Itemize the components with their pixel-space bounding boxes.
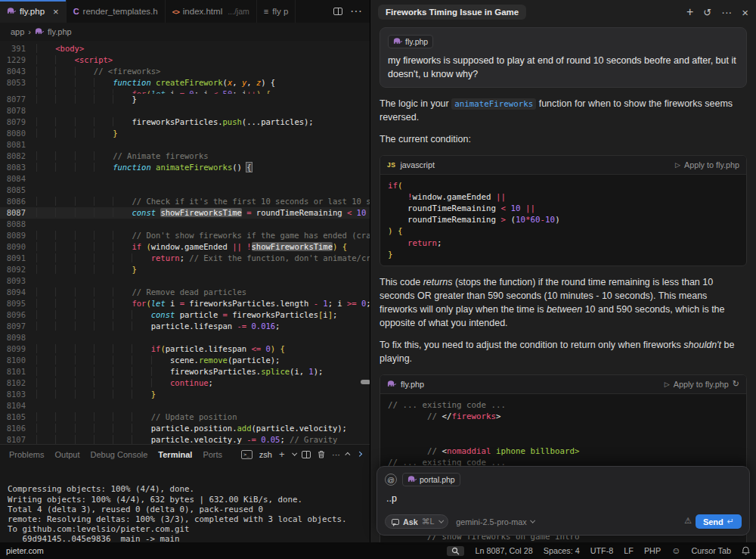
code-line: 8101 fireworksParticles.splice(i, 1); bbox=[0, 366, 370, 377]
tab-render-templates-h[interactable]: Crender_templates.h bbox=[67, 0, 166, 23]
code-block-filename: javascript bbox=[400, 160, 435, 169]
statusbar-item-ln[interactable]: Ln 8087, Col 28 bbox=[475, 546, 532, 555]
terminal-tab-debug-console[interactable]: Debug Console bbox=[91, 450, 148, 459]
terminal-more-icon[interactable]: ··· bbox=[332, 450, 340, 459]
new-terminal-icon[interactable]: + bbox=[279, 449, 285, 460]
breadcrumb[interactable]: app › fly.php bbox=[0, 23, 370, 41]
context-chip-label: portal.php bbox=[420, 475, 455, 484]
play-icon: ▷ bbox=[665, 380, 670, 388]
mention-icon[interactable]: @ bbox=[385, 474, 397, 486]
line-number: 8053 bbox=[0, 77, 36, 89]
new-chat-icon[interactable]: + bbox=[686, 5, 693, 19]
tab-index-html[interactable]: <>index.html.../jam bbox=[166, 0, 257, 23]
window: fly.php×Crender_templates.h<>index.html.… bbox=[0, 0, 756, 559]
terminal-dropdown-icon[interactable] bbox=[292, 451, 296, 455]
code-line-content: const showFireworksTime = roundTimeRemai… bbox=[36, 207, 370, 219]
apply-button[interactable]: ▷Apply to fly.php↻ bbox=[665, 379, 739, 389]
tab-fly-p[interactable]: ≡fly p bbox=[257, 0, 296, 23]
code-line: 8099 if(particle.lifespan <= 0) { bbox=[0, 343, 370, 355]
terminal-shell-label[interactable]: zsh bbox=[259, 450, 272, 459]
panel-right-icon[interactable] bbox=[357, 452, 361, 456]
chat-more-icon[interactable]: ··· bbox=[721, 6, 732, 18]
php-file-icon bbox=[407, 475, 417, 484]
code-line: 1229 <script> bbox=[0, 54, 370, 66]
outline-icon: ≡ bbox=[264, 7, 268, 16]
terminal-line: remote: Resolving deltas: 100% (3/3), co… bbox=[8, 514, 370, 524]
line-number: 8087 bbox=[0, 207, 36, 219]
chat-input-box[interactable]: @ portal.php ..p Ask ⌘L gemini-2 bbox=[376, 466, 750, 536]
code-block-line: !window.gameEnded || bbox=[388, 191, 739, 203]
code-block-header: fly.php▷Apply to fly.php↻ bbox=[380, 375, 746, 394]
model-selector[interactable]: gemini-2.5-pro-max bbox=[456, 517, 533, 526]
code-block-line: // <nomaddial iphone billboard> bbox=[388, 446, 739, 457]
mode-selector[interactable]: Ask ⌘L bbox=[385, 514, 448, 529]
sash-handle[interactable] bbox=[361, 380, 370, 384]
terminal-line: 69d94145..045e9836 main -> main bbox=[8, 534, 370, 544]
code-line: 8079 fireworksParticles.push(...particle… bbox=[0, 116, 370, 128]
terminal-tab-problems[interactable]: Problems bbox=[9, 450, 44, 459]
close-tab-icon[interactable]: × bbox=[53, 6, 59, 17]
code-block-line: roundTimeRemaining < 10 || bbox=[388, 203, 739, 214]
tab-fly-php[interactable]: fly.php× bbox=[0, 0, 67, 23]
code-line-content bbox=[36, 332, 370, 343]
bell-icon[interactable] bbox=[742, 546, 750, 555]
code-line: 8107 particle.velocity.y -= 0.05; // Gra… bbox=[0, 434, 370, 444]
chat-input-text[interactable]: ..p bbox=[386, 493, 740, 504]
code-line-content: } bbox=[36, 94, 370, 105]
statusbar-item-lf[interactable]: LF bbox=[624, 546, 634, 555]
mode-chevron-icon bbox=[438, 518, 443, 523]
model-chevron-icon bbox=[530, 518, 534, 523]
code-block-line: } bbox=[388, 249, 739, 260]
terminal-tab-ports[interactable]: Ports bbox=[203, 450, 222, 459]
terminal-tabs: ProblemsOutputDebug ConsoleTerminalPorts… bbox=[0, 445, 370, 464]
sync-icon: ↻ bbox=[733, 379, 739, 389]
warning-icon[interactable]: ⚠ bbox=[684, 516, 692, 526]
chat-title[interactable]: Fireworks Timing Issue in Game bbox=[378, 5, 526, 20]
line-number: 8043 bbox=[0, 66, 36, 77]
breadcrumb-root[interactable]: app bbox=[11, 27, 24, 36]
line-number: 8095 bbox=[0, 298, 36, 309]
terminal-output[interactable]: Compressing objects: 100% (4/4), done.Wr… bbox=[0, 464, 370, 559]
apply-button[interactable]: ▷Apply to fly.php bbox=[675, 160, 739, 169]
feedback-icon[interactable]: ☺ bbox=[671, 545, 680, 556]
terminal-line: Total 4 (delta 3), reused 0 (delta 0), p… bbox=[8, 505, 370, 514]
split-terminal-icon[interactable] bbox=[302, 451, 311, 458]
statusbar-item-utf-8[interactable]: UTF-8 bbox=[590, 546, 614, 555]
send-button[interactable]: Send ↵ bbox=[696, 514, 742, 529]
terminal-shell-icon[interactable]: >_ bbox=[241, 450, 253, 459]
code-line-content: function createFirework(x, y, z) { bbox=[36, 77, 370, 89]
close-chat-icon[interactable]: × bbox=[742, 6, 748, 19]
code-line-content: // Check if it's the first 10 seconds or… bbox=[36, 196, 370, 207]
line-number: 8105 bbox=[0, 411, 36, 423]
chat-messages[interactable]: fly.phpmy fireworks is supposed to play … bbox=[370, 24, 756, 542]
tab-path-hint: .../jam bbox=[228, 7, 249, 16]
code-line-content: // Remove dead particles bbox=[36, 287, 370, 298]
code-line-content: scene.remove(particle); bbox=[36, 355, 370, 366]
message-context-chip[interactable]: fly.php bbox=[388, 35, 433, 48]
editor-more-icon[interactable]: ··· bbox=[350, 5, 362, 18]
search-icon[interactable] bbox=[447, 546, 464, 556]
terminal-tab-terminal[interactable]: Terminal bbox=[158, 450, 192, 459]
tab-label: fly.php bbox=[20, 7, 45, 16]
statusbar-item-php[interactable]: PHP bbox=[644, 546, 661, 555]
code-line: 8082 // Animate fireworks bbox=[0, 151, 370, 162]
terminal-tab-output[interactable]: Output bbox=[54, 450, 79, 459]
statusbar-item-spaces[interactable]: Spaces: 4 bbox=[544, 546, 580, 555]
line-number: 8106 bbox=[0, 423, 36, 434]
line-number: 8080 bbox=[0, 128, 36, 139]
code-line: 8104 bbox=[0, 400, 370, 411]
code-line-content bbox=[36, 219, 370, 230]
code-editor[interactable]: 391 <body>1229 <script>8043 // <firework… bbox=[0, 41, 370, 444]
code-line-content: fireworksParticles.splice(i, 1); bbox=[36, 366, 370, 377]
maximize-panel-icon[interactable] bbox=[345, 453, 350, 458]
code-line: 8083 function animateFireworks() { bbox=[0, 162, 370, 173]
breadcrumb-file[interactable]: fly.php bbox=[48, 27, 72, 36]
code-line: 8092 } bbox=[0, 264, 370, 275]
split-editor-icon[interactable] bbox=[333, 8, 342, 15]
trash-icon[interactable] bbox=[318, 450, 325, 458]
line-number: 8102 bbox=[0, 377, 36, 389]
history-icon[interactable]: ↺ bbox=[703, 7, 711, 18]
cursor-tab-toggle[interactable]: Cursor Tab bbox=[691, 546, 731, 555]
context-chip[interactable]: portal.php bbox=[402, 473, 460, 486]
statusbar-right: Ln 8087, Col 28Spaces: 4UTF-8LFPHP ☺ Cur… bbox=[447, 545, 750, 556]
